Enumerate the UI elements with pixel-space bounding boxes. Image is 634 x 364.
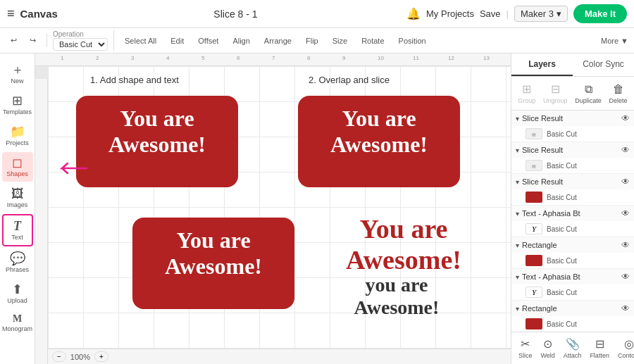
group-icon: ⊞ xyxy=(522,82,531,96)
templates-icon: ⊞ xyxy=(12,94,23,107)
operation-select[interactable]: Basic Cut xyxy=(53,38,108,51)
ruler-num-5: 5 xyxy=(201,55,204,61)
panel-toolbar: ⊞ Group ⊟ Ungroup ⧉ Duplicate 🗑 Delete xyxy=(511,77,634,111)
save-button[interactable]: Save xyxy=(480,8,501,19)
ungroup-icon: ⊟ xyxy=(551,82,560,96)
layer-group-rect2: ▾ Rectangle 👁 Basic Cut xyxy=(511,301,634,332)
attach-button[interactable]: 📎 Attach xyxy=(559,335,586,361)
slice-icon: ✂ xyxy=(521,337,530,351)
ruler-num-6: 6 xyxy=(237,55,240,61)
menu-icon[interactable]: ≡ xyxy=(7,6,15,21)
phrases-icon: 💬 xyxy=(10,252,25,265)
slice2-thumb: ▤ xyxy=(526,160,542,171)
slice-button[interactable]: ✂ Slice xyxy=(514,335,537,361)
undo-redo-group: ↩ ↪ xyxy=(6,34,47,47)
sidebar-item-images[interactable]: 🖼 Images xyxy=(2,183,33,213)
size-button[interactable]: Size xyxy=(328,34,352,47)
delete-button[interactable]: 🗑 Delete xyxy=(607,82,630,106)
undo-button[interactable]: ↩ xyxy=(6,34,22,47)
sidebar-item-text[interactable]: T Text xyxy=(2,214,33,246)
sidebar-item-projects[interactable]: 📁 Projects xyxy=(2,121,33,151)
layer-header-slice1[interactable]: ▾ Slice Result 👁 xyxy=(511,111,634,126)
make-it-button[interactable]: Make It xyxy=(573,4,627,23)
slice-label: Slice xyxy=(518,352,533,359)
duplicate-button[interactable]: ⧉ Duplicate xyxy=(572,82,604,106)
layer-item-slice3[interactable]: Basic Cut xyxy=(511,189,634,205)
step3-text-right-large: You are Awesome! xyxy=(316,214,492,275)
bell-icon[interactable]: 🔔 xyxy=(406,7,421,20)
ruler-num-12: 12 xyxy=(448,55,454,61)
eye-icon-3[interactable]: 👁 xyxy=(621,177,630,187)
weld-button[interactable]: ⊙ Weld xyxy=(537,335,559,361)
top-right-actions: 🔔 My Projects Save | Maker 3 ▾ Make It xyxy=(406,4,627,23)
arrange-button[interactable]: Arrange xyxy=(259,34,297,47)
group-button[interactable]: ⊞ Group xyxy=(515,81,538,106)
sidebar-item-monogram[interactable]: M Monogram xyxy=(2,310,33,337)
eye-icon[interactable]: 👁 xyxy=(621,113,630,123)
sidebar-item-phrases[interactable]: 💬 Phrases xyxy=(2,248,33,277)
ruler-num-9: 9 xyxy=(342,55,345,61)
ruler-horizontal: 1 2 3 4 5 6 7 8 9 10 11 12 13 xyxy=(35,54,511,66)
ruler-num-1: 1 xyxy=(61,55,63,61)
sidebar-item-shapes[interactable]: ◻ Shapes xyxy=(2,152,33,182)
sidebar-item-upload[interactable]: ⬆ Upload xyxy=(2,279,33,308)
sidebar-item-new[interactable]: ＋ New xyxy=(2,59,33,89)
step3-outline-line2: Awesome! xyxy=(316,245,492,276)
redo-button[interactable]: ↪ xyxy=(25,34,41,47)
layer-item-slice1[interactable]: ▤ Basic Cut xyxy=(511,126,634,142)
eye-icon-7[interactable]: 👁 xyxy=(621,303,630,313)
operation-label: Operation xyxy=(53,30,84,38)
ruler-num-13: 13 xyxy=(483,55,490,61)
eye-icon-6[interactable]: 👁 xyxy=(621,272,630,282)
more-button[interactable]: More ▼ xyxy=(601,37,628,45)
eye-icon-4[interactable]: 👁 xyxy=(621,208,630,218)
weld-label: Weld xyxy=(541,352,555,359)
layer-item-rect2[interactable]: Basic Cut xyxy=(511,316,634,332)
maker-selector[interactable]: Maker 3 ▾ xyxy=(514,6,568,22)
layer-header-slice2[interactable]: ▾ Slice Result 👁 xyxy=(511,142,634,158)
zoom-minus-button[interactable]: − xyxy=(52,351,66,362)
sidebar-item-templates[interactable]: ⊞ Templates xyxy=(2,90,33,120)
layer-item-rect1[interactable]: Basic Cut xyxy=(511,253,634,268)
text-icon: T xyxy=(13,220,21,232)
layer-header-text1[interactable]: ▾ Text - Aphasia Bt 👁 xyxy=(511,206,634,221)
step3-small-line1: you are xyxy=(323,274,471,296)
panel-tabs: Layers Color Sync xyxy=(511,54,634,77)
offset-button[interactable]: Offset xyxy=(193,34,223,47)
step1-rect[interactable] xyxy=(76,96,238,187)
layer-item-slice2[interactable]: ▤ Basic Cut xyxy=(511,158,634,173)
tab-layers[interactable]: Layers xyxy=(511,54,573,76)
eye-icon-5[interactable]: 👁 xyxy=(621,240,630,250)
select-all-button[interactable]: Select All xyxy=(120,34,161,47)
flip-button[interactable]: Flip xyxy=(301,34,323,47)
layer-item-text2[interactable]: Y Basic Cut xyxy=(511,284,634,300)
edit-button[interactable]: Edit xyxy=(166,34,189,47)
rotate-button[interactable]: Rotate xyxy=(356,34,389,47)
align-button[interactable]: Align xyxy=(228,34,254,47)
layer-header-rect2[interactable]: ▾ Rectangle 👁 xyxy=(511,301,634,316)
right-panel: Layers Color Sync ⊞ Group ⊟ Ungroup ⧉ Du… xyxy=(511,54,634,364)
attach-icon: 📎 xyxy=(566,337,580,351)
eye-icon-2[interactable]: 👁 xyxy=(621,145,630,155)
step3-rect-left[interactable] xyxy=(132,218,294,309)
text1-thumb: Y xyxy=(526,223,542,234)
layer-header-slice3[interactable]: ▾ Slice Result 👁 xyxy=(511,174,634,189)
position-button[interactable]: Position xyxy=(394,34,431,47)
layer-header-text2[interactable]: ▾ Text - Aphasia Bt 👁 xyxy=(511,269,634,284)
zoom-plus-button[interactable]: + xyxy=(94,351,108,362)
canvas-area[interactable]: 1 2 3 4 5 6 7 8 9 10 11 12 13 xyxy=(35,54,511,364)
ungroup-button[interactable]: ⊟ Ungroup xyxy=(540,81,571,106)
layer-header-rect1[interactable]: ▾ Rectangle 👁 xyxy=(511,237,634,253)
tab-color-sync[interactable]: Color Sync xyxy=(573,54,634,76)
contour-button[interactable]: ◎ Contour xyxy=(614,335,634,361)
step3-text-right-small: you are Awesome! xyxy=(323,274,471,319)
step2-rect[interactable] xyxy=(298,96,460,187)
weld-icon: ⊙ xyxy=(543,337,552,351)
sidebar-item-text-label: Text xyxy=(11,234,23,241)
layer-item-text1[interactable]: Y Basic Cut xyxy=(511,221,634,237)
ruler-num-3: 3 xyxy=(131,55,134,61)
ruler-num-4: 4 xyxy=(166,55,169,61)
shapes-icon: ◻ xyxy=(12,156,23,169)
my-projects-link[interactable]: My Projects xyxy=(426,8,474,19)
flatten-button[interactable]: ⊟ Flatten xyxy=(585,335,614,361)
